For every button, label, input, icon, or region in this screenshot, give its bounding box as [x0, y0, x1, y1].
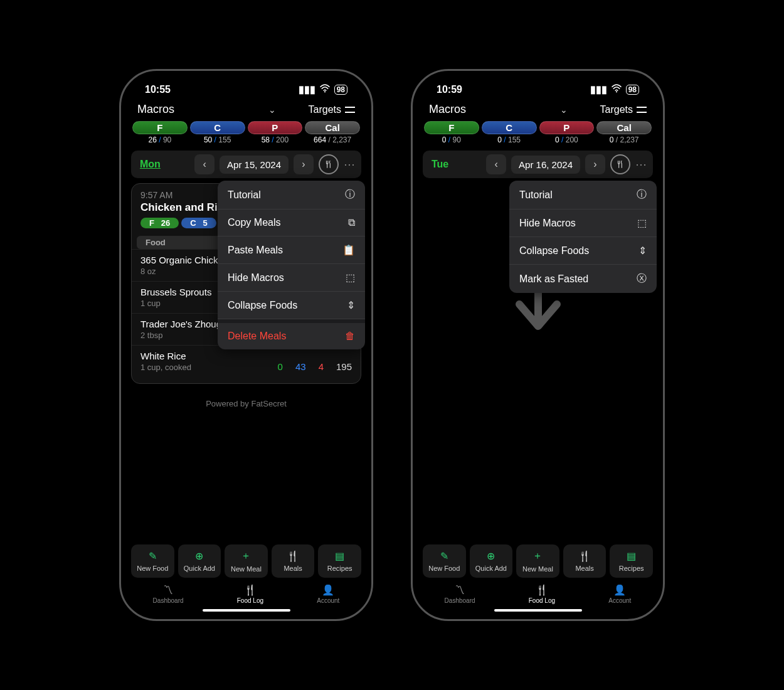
header-title[interactable]: Macros [137, 103, 174, 116]
menu-collapse-foods[interactable]: Collapse Foods⇕ [218, 292, 365, 319]
menu-hide-macros[interactable]: Hide Macros⬚ [509, 210, 657, 237]
mini-pill-f: F 26 [140, 218, 179, 228]
day-label[interactable]: Tue [428, 159, 452, 170]
utensils-button[interactable] [319, 154, 339, 174]
tab-dashboard[interactable]: 〽Dashboard [445, 585, 475, 604]
wifi-icon [611, 84, 622, 95]
bottom-actions: ✎New Food ⊕Quick Add ＋New Meal 🍴Meals ▤R… [418, 544, 658, 578]
macro-pill-c[interactable]: C [482, 121, 537, 134]
collapse-icon: ⇕ [638, 245, 647, 257]
header-title[interactable]: Macros [429, 103, 466, 116]
chevron-down-icon[interactable]: ⌄ [268, 105, 276, 115]
collapse-icon: ⇕ [347, 299, 355, 311]
chart-icon: 〽 [163, 585, 173, 596]
plus-icon: ＋ [241, 549, 251, 563]
battery-icon: 98 [334, 85, 347, 95]
bottom-actions: ✎New Food ⊕Quick Add ＋New Meal 🍴Meals ▤R… [126, 544, 366, 578]
macro-values: 26 / 90 50 / 155 58 / 200 664 / 2,237 [126, 135, 366, 148]
next-day-button[interactable]: › [294, 154, 314, 174]
mini-pill-c: C 5 [181, 218, 216, 228]
menu-tutorial[interactable]: Tutorialⓘ [509, 181, 657, 210]
status-time: 10:59 [437, 84, 462, 95]
paste-icon: 📋 [342, 244, 355, 256]
chart-icon: 〽 [455, 585, 465, 596]
tab-dashboard[interactable]: 〽Dashboard [153, 585, 184, 604]
signal-icon: ▮▮▮ [299, 83, 315, 95]
day-label[interactable]: Mon [136, 159, 164, 170]
recipes-button[interactable]: ▤Recipes [610, 544, 653, 578]
utensils-icon: 🍴 [536, 584, 548, 596]
book-icon: ▤ [627, 550, 636, 562]
hide-icon: ⬚ [637, 217, 647, 229]
status-time: 10:55 [145, 84, 171, 95]
sliders-icon [345, 105, 355, 114]
utensils-button[interactable] [610, 154, 630, 174]
next-day-button[interactable]: › [585, 154, 605, 174]
menu-hide-macros[interactable]: Hide Macros⬚ [218, 264, 365, 292]
info-icon: ⓘ [345, 188, 355, 201]
date-bar: Mon ‹ Apr 15, 2024 › ⋯ [131, 151, 361, 178]
menu-copy-meals[interactable]: Copy Meals⧉ [218, 210, 365, 236]
context-menu: Tutorialⓘ Hide Macros⬚ Collapse Foods⇕ M… [509, 181, 657, 293]
utensils-icon: 🍴 [578, 550, 591, 562]
chevron-down-icon[interactable]: ⌄ [560, 105, 568, 115]
new-meal-button[interactable]: ＋New Meal [516, 544, 559, 578]
header: Macros ⌄ Targets [126, 98, 366, 121]
more-icon[interactable]: ⋯ [635, 157, 648, 171]
new-meal-button[interactable]: ＋New Meal [225, 544, 268, 578]
quick-add-button[interactable]: ⊕Quick Add [178, 544, 221, 578]
new-food-button[interactable]: ✎New Food [423, 544, 466, 578]
person-icon: 👤 [613, 584, 626, 596]
sliders-icon [637, 105, 647, 114]
home-indicator[interactable] [203, 609, 290, 612]
plus-circle-icon: ⊕ [195, 550, 203, 562]
info-icon: ⓘ [637, 188, 647, 201]
macro-pill-p[interactable]: P [539, 121, 595, 134]
prev-day-button[interactable]: ‹ [486, 154, 506, 174]
carrot-icon: ✎ [149, 550, 157, 562]
svg-point-1 [616, 91, 617, 92]
tab-food-log[interactable]: 🍴Food Log [237, 584, 263, 604]
status-bar: 10:55 ▮▮▮ 98 [126, 78, 366, 98]
person-icon: 👤 [322, 584, 334, 596]
utensils-icon: 🍴 [244, 584, 257, 596]
tab-account[interactable]: 👤Account [317, 584, 339, 604]
home-indicator[interactable] [494, 609, 582, 612]
macro-pill-f[interactable]: F [132, 121, 188, 134]
new-food-button[interactable]: ✎New Food [131, 544, 174, 578]
recipes-button[interactable]: ▤Recipes [318, 544, 361, 578]
menu-tutorial[interactable]: Tutorialⓘ [218, 181, 365, 210]
meals-button[interactable]: 🍴Meals [272, 544, 315, 578]
date-picker[interactable]: Apr 16, 2024 [511, 156, 580, 174]
macro-pill-cal[interactable]: Cal [596, 121, 652, 134]
macro-values: 0 / 90 0 / 155 0 / 200 0 / 2,237 [418, 135, 658, 148]
macro-pills: F C P Cal [126, 121, 366, 135]
meals-button[interactable]: 🍴Meals [563, 544, 607, 578]
book-icon: ▤ [335, 550, 344, 562]
phone-right: 10:59 ▮▮▮ 98 Macros ⌄ Targets F C P Cal … [411, 69, 665, 621]
tab-account[interactable]: 👤Account [608, 584, 631, 604]
menu-delete-meals[interactable]: Delete Meals🗑 [218, 319, 365, 349]
battery-icon: 98 [626, 85, 639, 95]
more-icon[interactable]: ⋯ [344, 157, 356, 171]
prev-day-button[interactable]: ‹ [194, 154, 215, 174]
signal-icon: ▮▮▮ [590, 83, 607, 95]
plus-icon: ＋ [532, 549, 543, 563]
macro-pill-f[interactable]: F [424, 121, 479, 134]
macro-pill-cal[interactable]: Cal [305, 121, 360, 134]
targets-button[interactable]: Targets [600, 104, 647, 115]
menu-mark-fasted[interactable]: Mark as Fastedⓧ [509, 265, 657, 293]
plus-circle-icon: ⊕ [487, 550, 495, 562]
macro-pills: F C P Cal [418, 121, 658, 135]
status-bar: 10:59 ▮▮▮ 98 [418, 78, 658, 98]
macro-pill-c[interactable]: C [190, 121, 245, 134]
date-picker[interactable]: Apr 15, 2024 [220, 156, 289, 174]
menu-paste-meals[interactable]: Paste Meals📋 [218, 236, 365, 264]
macro-pill-p[interactable]: P [248, 121, 303, 134]
copy-icon: ⧉ [348, 217, 355, 228]
targets-button[interactable]: Targets [309, 104, 355, 115]
menu-collapse-foods[interactable]: Collapse Foods⇕ [509, 237, 657, 265]
food-row[interactable]: White Rice1 cup, cooked 0434195 [132, 345, 361, 377]
tab-food-log[interactable]: 🍴Food Log [529, 584, 555, 604]
quick-add-button[interactable]: ⊕Quick Add [470, 544, 513, 578]
